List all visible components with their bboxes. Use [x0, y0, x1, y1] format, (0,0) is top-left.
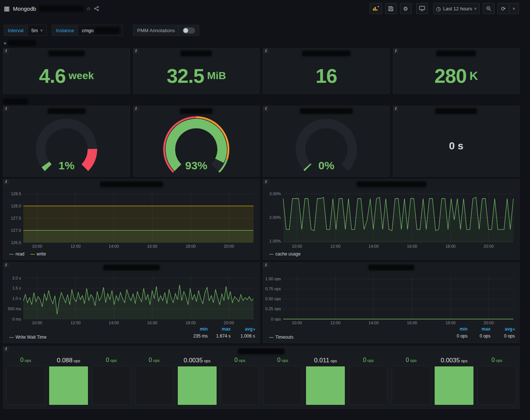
x-axis-label: 10:00	[292, 321, 302, 325]
x-axis-label: 14:00	[368, 244, 379, 248]
share-icon[interactable]	[94, 6, 99, 11]
x-axis-label: 18:00	[445, 244, 456, 248]
refresh-button[interactable]: ⟳	[497, 3, 509, 14]
y-axis-label: 0.50 ops	[265, 297, 281, 301]
stat-value: 280	[434, 66, 466, 86]
panel-title[interactable]	[263, 48, 390, 58]
gauge-stat-panel: i 0 s	[393, 106, 520, 177]
panel-title[interactable]	[265, 262, 517, 272]
stat-value: 32.5	[167, 66, 204, 86]
bar-gauge-column: 0ops	[263, 357, 302, 405]
panel-title[interactable]	[3, 106, 130, 116]
add-panel-button[interactable]	[370, 3, 382, 14]
info-icon[interactable]: i	[393, 106, 399, 111]
legend-min-header[interactable]: min	[185, 326, 208, 332]
legend-item-cache-usage[interactable]: — cache usage	[269, 251, 300, 257]
legend-max-header[interactable]: max	[468, 326, 490, 332]
panel-title[interactable]	[265, 179, 517, 189]
gauge: 1%	[3, 116, 130, 176]
x-axis-label: 14:00	[368, 321, 379, 325]
info-icon[interactable]: i	[133, 48, 139, 54]
info-icon[interactable]: i	[3, 48, 9, 54]
panel-title[interactable]	[3, 48, 130, 58]
clock-icon: ◷	[436, 6, 441, 11]
panel-title[interactable]	[6, 346, 517, 356]
row-header-1[interactable]: ∨	[0, 36, 530, 46]
gauge: 93%	[133, 116, 260, 176]
charts-row-2: i 0 ms500 ms1.0 s1.5 s2.0 s10:0012:0014:…	[3, 262, 520, 343]
bar-gauge-column: 0ops	[92, 357, 131, 405]
panel-title[interactable]	[393, 48, 520, 58]
legend-item-read[interactable]: — read	[9, 251, 24, 257]
star-icon[interactable]: ☆	[86, 6, 91, 11]
x-axis-label: 14:00	[109, 244, 119, 248]
zoom-out-button[interactable]	[483, 3, 495, 14]
info-icon[interactable]: i	[263, 48, 269, 54]
legend-min-header[interactable]: min	[445, 326, 468, 332]
x-axis-label: 12:00	[71, 244, 81, 248]
bar-gauge-column: 0ops	[349, 357, 388, 405]
pmm-annotations-toggle[interactable]	[183, 27, 195, 34]
line-chart: 0 ops0.25 ops0.50 ops0.75 ops1.00 ops10:…	[265, 272, 517, 326]
panel-title[interactable]	[133, 106, 260, 116]
interval-select[interactable]: 5m ∨	[27, 25, 47, 36]
save-dashboard-button[interactable]	[385, 3, 397, 14]
bar-gauge-bar	[478, 366, 516, 405]
bar-gauge-value: 0ops	[263, 357, 302, 363]
bar-gauge-bar	[178, 366, 217, 405]
dashboards-icon[interactable]: ▦	[4, 6, 10, 12]
legend-max-value: 1.674 s	[208, 333, 231, 339]
info-icon[interactable]: i	[263, 262, 269, 268]
instance-label: Instance	[52, 25, 78, 36]
refresh-interval-dropdown[interactable]: ∨	[509, 3, 519, 14]
legend-avg-header[interactable]: avg▾	[490, 326, 515, 332]
legend-max-header[interactable]: max	[208, 326, 231, 332]
chevron-down-icon: ∨	[40, 28, 43, 32]
save-icon	[388, 6, 394, 11]
bar-gauge-bar	[435, 366, 473, 405]
panel-title[interactable]	[6, 262, 257, 272]
instance-input[interactable]: cmgo	[78, 25, 123, 36]
x-axis-label: 10:00	[32, 244, 43, 248]
legend-item-timeouts[interactable]: — Timeouts	[269, 335, 293, 340]
bar-gauge-value: 0ops	[478, 357, 516, 363]
y-axis-label: 127.5	[11, 216, 21, 220]
chart-panel-read-write: i 126.5127.0127.5128.0128.510:0012:0014:…	[3, 179, 260, 260]
info-icon[interactable]: i	[3, 262, 9, 268]
legend-swatch: —	[9, 335, 14, 340]
y-axis-label: 2.0 s	[12, 276, 21, 280]
y-axis-label: 0.75 ops	[265, 287, 281, 291]
pmm-annotations-toggle-chip	[179, 25, 199, 36]
panel-title[interactable]	[393, 106, 520, 116]
cycle-view-button[interactable]	[416, 3, 428, 14]
stat-value: 16	[316, 66, 337, 86]
panel-title[interactable]	[133, 48, 260, 58]
bar-gauge-bar	[349, 366, 388, 405]
chevron-down-icon: ∨	[512, 7, 516, 10]
x-axis-label: 14:00	[109, 321, 119, 325]
legend-item-write[interactable]: — write	[30, 251, 46, 257]
info-icon[interactable]: i	[393, 48, 399, 54]
bar-gauge-column: 0.0035ops	[435, 357, 473, 405]
panel-title[interactable]	[263, 106, 390, 116]
dashboard-settings-button[interactable]: ⚙	[400, 3, 412, 14]
legend-stats: min max avg▾ 0 ops 0 ops 0 ops	[445, 326, 515, 339]
info-icon[interactable]: i	[3, 346, 9, 352]
info-icon[interactable]: i	[263, 179, 269, 184]
row-header-2[interactable]	[0, 94, 530, 104]
redacted-instance	[96, 28, 119, 33]
gauge-value: 93%	[185, 159, 207, 172]
info-icon[interactable]: i	[263, 106, 269, 111]
dashboard-title[interactable]: Mongodb	[13, 6, 36, 12]
legend-avg-header[interactable]: avg▾	[231, 326, 255, 332]
time-range-picker[interactable]: ◷ Last 12 hours ∨	[433, 3, 480, 14]
info-icon[interactable]: i	[3, 106, 9, 111]
info-icon[interactable]: i	[133, 106, 139, 111]
bar-gauge-column: 0ops	[478, 357, 516, 405]
legend-item-write-wait-time[interactable]: — Write Wait Time	[9, 335, 47, 340]
y-axis-label: 1.00 ops	[265, 277, 281, 281]
info-icon[interactable]: i	[3, 179, 9, 184]
bar-gauge-column: 0.088ops	[49, 357, 88, 405]
panel-title[interactable]	[6, 179, 257, 189]
chevron-down-icon: ∨	[3, 41, 7, 45]
